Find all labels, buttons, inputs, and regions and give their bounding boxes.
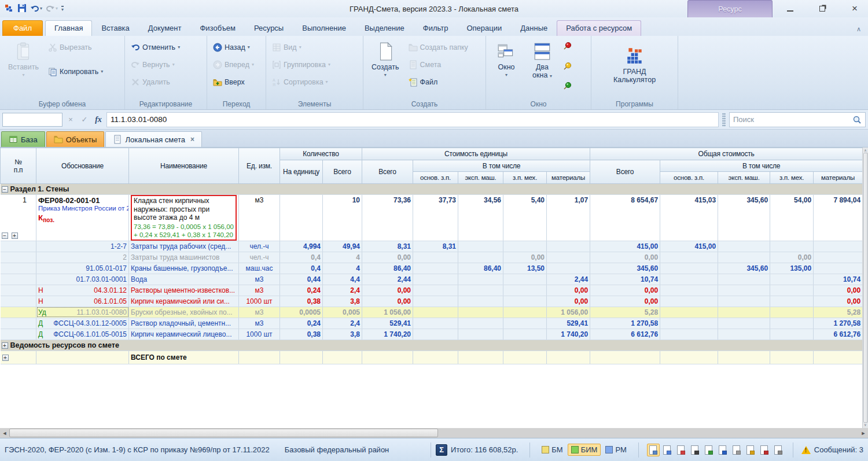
cell-u_em[interactable] xyxy=(458,241,503,252)
cell-u_ozp[interactable] xyxy=(413,329,458,340)
cell-u_ozp[interactable] xyxy=(413,296,458,307)
cell-unit[interactable]: чел.-ч xyxy=(239,252,280,263)
tsn-doc-icon[interactable] xyxy=(689,444,701,456)
cell-t_total[interactable]: 0,00 xyxy=(590,296,660,307)
cell-name[interactable]: Затраты труда машинистов xyxy=(129,252,239,263)
cell-u_total[interactable]: 0,00 xyxy=(362,285,413,296)
cell-num[interactable] xyxy=(1,263,36,274)
cell-t_zpm[interactable]: 54,00 xyxy=(770,195,814,241)
cell-unit[interactable]: м3 xyxy=(239,195,280,241)
cell-t_ozp[interactable] xyxy=(660,285,718,296)
section-cell[interactable]: +Ведомость ресурсов по смете xyxy=(1,340,863,351)
cell-u_ozp[interactable] xyxy=(413,307,458,318)
cell-unit[interactable]: м3 xyxy=(239,318,280,329)
ribbon-tab-file[interactable]: Файл xyxy=(2,20,43,36)
cell-qty_unit[interactable]: 0,44 xyxy=(280,274,323,285)
cell-code[interactable]: ФЕР08-02-001-01Приказ Минстроя России от… xyxy=(36,195,129,241)
cell[interactable] xyxy=(413,351,458,364)
cell-u_zpm[interactable] xyxy=(503,296,547,307)
tab-local-estimate[interactable]: Локальная смета × xyxy=(105,131,202,147)
cell-t_ozp[interactable] xyxy=(660,329,718,340)
cell-num[interactable]: + xyxy=(1,351,36,364)
cell-u_ozp[interactable]: 37,73 xyxy=(413,195,458,241)
expander-icon[interactable]: + xyxy=(2,355,9,361)
close-tab-icon[interactable]: × xyxy=(190,135,194,143)
resource-row[interactable]: ДФССЦ-04.3.01.12-0005Раствор кладочный, … xyxy=(1,318,863,329)
cell-u_mat[interactable]: 1 056,00 xyxy=(547,307,590,318)
cell-code[interactable]: ДФССЦ-06.1.01.05-0015 xyxy=(36,329,129,340)
cell-t_em[interactable] xyxy=(718,241,770,252)
cell-u_mat[interactable] xyxy=(547,263,590,274)
cell-u_zpm[interactable] xyxy=(503,285,547,296)
cell-num[interactable] xyxy=(1,307,36,318)
header-ozp[interactable]: основ. з.п. xyxy=(660,172,718,184)
cell-qty_unit[interactable]: 0,38 xyxy=(280,329,323,340)
horizontal-scrollbar[interactable]: ◄ ► xyxy=(0,428,868,438)
cell-u_em[interactable] xyxy=(458,285,503,296)
ribbon-tab-resources[interactable]: Ресурсы xyxy=(245,20,293,36)
header-zpm[interactable]: з.п. мех. xyxy=(503,172,547,184)
name-box[interactable] xyxy=(2,113,62,127)
cell-u_zpm[interactable] xyxy=(503,274,547,285)
cell-num[interactable] xyxy=(1,318,36,329)
cell-t_em[interactable] xyxy=(718,252,770,263)
ribbon-tab-home[interactable]: Главная xyxy=(45,20,92,36)
scrollbar-thumb[interactable] xyxy=(863,153,868,423)
cell[interactable] xyxy=(458,351,503,364)
cell-code[interactable]: 2 xyxy=(36,252,129,263)
create-file-button[interactable]: Файл xyxy=(406,75,470,89)
cell-t_em[interactable]: 345,60 xyxy=(718,195,770,241)
cell-u_em[interactable] xyxy=(458,252,503,263)
cell-u_mat[interactable]: 0,00 xyxy=(547,296,590,307)
highlighted-name-cell[interactable]: Кладка стен кирпичных наружных: простых … xyxy=(131,195,237,241)
cell-u_zpm[interactable] xyxy=(503,241,547,252)
collapse-icon[interactable]: − xyxy=(2,233,8,239)
cell-u_total[interactable]: 1 740,20 xyxy=(362,329,413,340)
up-button[interactable]: Вверх xyxy=(211,75,256,89)
cell[interactable] xyxy=(814,351,862,364)
ribbon-tab-physvolume[interactable]: Физобъем xyxy=(190,20,245,36)
cell-t_zpm[interactable]: 135,00 xyxy=(770,263,814,274)
cell-u_total[interactable]: 86,40 xyxy=(362,263,413,274)
cell-u_zpm[interactable] xyxy=(503,307,547,318)
cell-u_total[interactable]: 8,31 xyxy=(362,241,413,252)
search-input[interactable] xyxy=(733,115,850,124)
cell-u_zpm[interactable] xyxy=(503,329,547,340)
header-unitcost-total[interactable]: Всего xyxy=(362,160,413,184)
table-doc-icon[interactable] xyxy=(647,444,660,456)
cell-u_mat[interactable] xyxy=(547,252,590,263)
cell-code[interactable]: 91.05.01-017 xyxy=(36,263,129,274)
header-unit-cost[interactable]: Стоимость единицы xyxy=(362,148,590,160)
cell-t_mat[interactable]: 10,74 xyxy=(814,274,862,285)
cell-t_em[interactable]: 345,60 xyxy=(718,263,770,274)
search-icon[interactable] xyxy=(852,115,862,124)
cell-num[interactable] xyxy=(1,274,36,285)
cell-num[interactable] xyxy=(1,241,36,252)
cell-u_ozp[interactable] xyxy=(413,318,458,329)
cell-u_total[interactable]: 73,36 xyxy=(362,195,413,241)
toggle-rm[interactable]: РМ xyxy=(602,444,630,456)
scroll-left-icon[interactable]: ◄ xyxy=(0,428,9,438)
cell-code[interactable]: 1-2-7 xyxy=(36,241,129,252)
cell-qty_unit[interactable]: 0,0005 xyxy=(280,307,323,318)
cell[interactable] xyxy=(239,351,280,364)
cell-qty_total[interactable]: 2,4 xyxy=(323,318,362,329)
function-icon[interactable]: fx xyxy=(93,115,104,124)
splitter-grip[interactable] xyxy=(722,113,726,127)
cell-t_ozp[interactable] xyxy=(660,296,718,307)
cell-name[interactable]: Растворы цементно-известков... xyxy=(129,285,239,296)
cell-t_em[interactable] xyxy=(718,296,770,307)
cell-u_zpm[interactable] xyxy=(503,318,547,329)
cell-u_zpm[interactable]: 0,00 xyxy=(503,252,547,263)
header-unit[interactable]: Ед. изм. xyxy=(239,148,280,184)
cell-u_ozp[interactable] xyxy=(413,252,458,263)
cell-t_mat[interactable]: 5,28 xyxy=(814,307,862,318)
cell-u_em[interactable]: 34,56 xyxy=(458,195,503,241)
cell-unit[interactable]: 1000 шт xyxy=(239,329,280,340)
cell[interactable] xyxy=(770,351,814,364)
scroll-down-icon[interactable]: ∧ xyxy=(864,423,866,427)
tab-base[interactable]: База xyxy=(1,131,45,147)
pin-yellow-icon[interactable] xyxy=(562,62,572,73)
header-em[interactable]: эксп. маш. xyxy=(718,172,770,184)
header-mat[interactable]: материалы xyxy=(547,172,590,184)
